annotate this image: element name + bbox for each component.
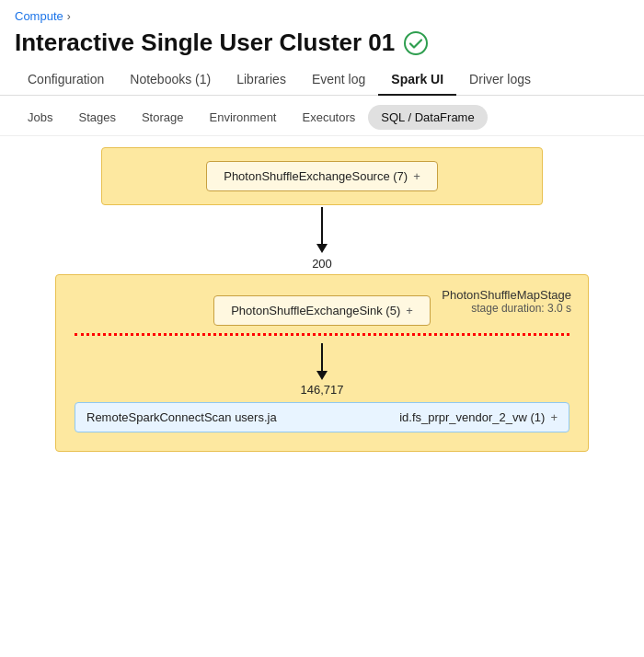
- sub-nav: Jobs Stages Storage Environment Executor…: [0, 96, 644, 136]
- subnav-sql-dataframe[interactable]: SQL / DataFrame: [368, 105, 487, 130]
- stage-duration-label: stage duration: 3.0 s: [442, 302, 571, 315]
- tab-event-log[interactable]: Event log: [299, 64, 378, 96]
- page-title-row: Interactive Single User Cluster 01: [0, 25, 644, 64]
- page-title: Interactive Single User Cluster 01: [15, 29, 395, 57]
- arrow-head-200: [316, 244, 328, 253]
- scan-node-label-left: RemoteSparkConnectScan users.ja: [86, 410, 277, 424]
- subnav-executors[interactable]: Executors: [289, 105, 368, 130]
- tab-driver-logs[interactable]: Driver logs: [456, 64, 544, 96]
- arrow-head-146717: [316, 371, 328, 380]
- scan-node-label-right: id.fs_prpr_vendor_2_vw (1) +: [399, 410, 558, 424]
- svg-point-0: [405, 32, 427, 54]
- breadcrumb-compute-link[interactable]: Compute: [15, 9, 63, 23]
- top-node-expand-button[interactable]: +: [413, 169, 420, 183]
- arrow-label-146717: 146,717: [301, 383, 344, 397]
- photon-shuffle-exchange-sink-node[interactable]: PhotonShuffleExchangeSink (5) +: [213, 295, 431, 326]
- photon-shuffle-exchange-source-label: PhotonShuffleExchangeSource (7): [224, 169, 408, 183]
- subnav-storage[interactable]: Storage: [129, 105, 197, 130]
- arrow-146717: 146,717: [301, 343, 344, 398]
- arrow-label-200: 200: [312, 257, 332, 271]
- tab-notebooks[interactable]: Notebooks (1): [117, 64, 224, 96]
- subnav-environment[interactable]: Environment: [197, 105, 290, 130]
- scan-node-expand-button[interactable]: +: [550, 410, 558, 424]
- stage-outer-box: PhotonShuffleMapStage stage duration: 3.…: [55, 274, 589, 452]
- tab-configuration[interactable]: Configuration: [15, 64, 117, 96]
- red-dotted-separator: [75, 333, 569, 336]
- arrow-line-200: [321, 207, 323, 244]
- diagram-area: PhotonShuffleExchangeSource (7) + 200 Ph…: [0, 136, 644, 470]
- top-outer-box: PhotonShuffleExchangeSource (7) +: [101, 147, 543, 205]
- breadcrumb: Compute ›: [0, 0, 644, 25]
- subnav-stages[interactable]: Stages: [65, 105, 128, 130]
- tab-spark-ui[interactable]: Spark UI: [378, 64, 456, 96]
- status-check-icon: [404, 31, 428, 55]
- scan-node-suffix: id.fs_prpr_vendor_2_vw (1): [399, 410, 545, 424]
- stage-label-container: PhotonShuffleMapStage stage duration: 3.…: [442, 288, 571, 315]
- photon-shuffle-exchange-sink-label: PhotonShuffleExchangeSink (5): [231, 304, 400, 317]
- arrow-line-146717: [321, 343, 323, 371]
- sink-node-expand-button[interactable]: +: [406, 304, 413, 317]
- breadcrumb-chevron: ›: [67, 10, 71, 23]
- top-nav: Configuration Notebooks (1) Libraries Ev…: [0, 64, 644, 96]
- stage-name-label: PhotonShuffleMapStage: [442, 288, 571, 302]
- subnav-jobs[interactable]: Jobs: [15, 105, 65, 130]
- arrow-200: 200: [312, 207, 332, 272]
- remote-spark-connect-scan-node[interactable]: RemoteSparkConnectScan users.ja id.fs_pr…: [75, 402, 569, 432]
- photon-shuffle-exchange-source-node[interactable]: PhotonShuffleExchangeSource (7) +: [206, 161, 438, 191]
- tab-libraries[interactable]: Libraries: [224, 64, 299, 96]
